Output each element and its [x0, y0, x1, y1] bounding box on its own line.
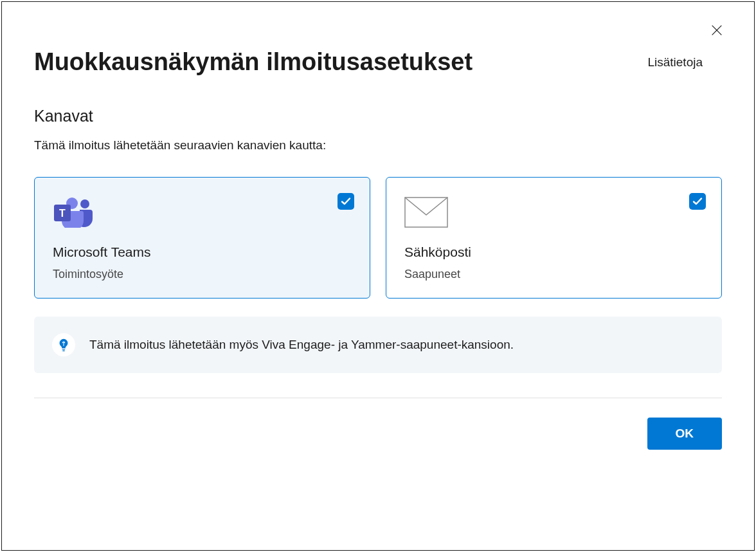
channel-title: Sähköposti: [404, 244, 703, 260]
channel-checkbox-teams[interactable]: [338, 193, 354, 210]
channel-subtitle: Saapuneet: [404, 268, 703, 281]
channel-subtitle: Toimintosyöte: [53, 268, 352, 281]
lightbulb-icon: [52, 333, 75, 356]
svg-text:T: T: [59, 208, 66, 219]
teams-icon: T: [53, 194, 352, 230]
dialog-header: Muokkausnäkymän ilmoitusasetukset Lisäti…: [34, 48, 722, 76]
checkmark-icon: [341, 196, 351, 207]
ok-button[interactable]: OK: [647, 418, 723, 450]
more-info-link[interactable]: Lisätietoja: [647, 55, 703, 69]
checkmark-icon: [692, 196, 703, 207]
channel-cards-row: T Microsoft Teams Toimintosyöte Sähköpos…: [34, 177, 722, 299]
info-text: Tämä ilmoitus lähetetään myös Viva Engag…: [89, 338, 514, 352]
channel-title: Microsoft Teams: [53, 244, 352, 260]
section-title: Kanavat: [34, 107, 722, 125]
svg-point-2: [80, 199, 89, 208]
svg-rect-8: [62, 351, 65, 351]
svg-rect-7: [62, 349, 66, 350]
info-banner: Tämä ilmoitus lähetetään myös Viva Engag…: [34, 317, 722, 373]
divider: [34, 398, 722, 398]
dialog-title: Muokkausnäkymän ilmoitusasetukset: [34, 48, 473, 76]
channel-card-teams[interactable]: T Microsoft Teams Toimintosyöte: [34, 177, 370, 299]
channel-card-email[interactable]: Sähköposti Saapuneet: [386, 177, 722, 299]
close-icon: [710, 23, 724, 37]
section-description: Tämä ilmoitus lähetetään seuraavien kana…: [34, 138, 722, 152]
notification-settings-dialog: Muokkausnäkymän ilmoitusasetukset Lisäti…: [1, 1, 755, 551]
dialog-footer: OK: [34, 418, 722, 450]
channel-checkbox-email[interactable]: [689, 193, 706, 210]
svg-rect-6: [405, 198, 447, 227]
close-button[interactable]: [708, 21, 726, 39]
envelope-icon: [404, 194, 703, 230]
